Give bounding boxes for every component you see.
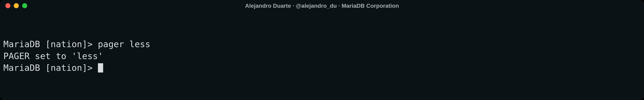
terminal-body[interactable]: MariaDB [nation]> pager lessPAGER set to… xyxy=(0,12,644,100)
terminal-line: MariaDB [nation]> xyxy=(3,62,641,74)
db-prompt: MariaDB [nation]> xyxy=(3,39,98,49)
cursor xyxy=(98,63,103,72)
terminal-window: Alejandro Duarte · @alejandro_du · Maria… xyxy=(0,0,644,100)
title-bar: Alejandro Duarte · @alejandro_du · Maria… xyxy=(0,0,644,12)
db-prompt: MariaDB [nation]> xyxy=(3,63,98,73)
terminal-line: PAGER set to 'less' xyxy=(3,50,641,62)
terminal-line: MariaDB [nation]> pager less xyxy=(3,38,641,50)
minimize-button[interactable] xyxy=(14,3,19,8)
close-button[interactable] xyxy=(5,3,10,8)
window-title: Alejandro Duarte · @alejandro_du · Maria… xyxy=(245,2,399,9)
command-text: pager less xyxy=(98,39,150,49)
traffic-lights xyxy=(0,3,27,8)
maximize-button[interactable] xyxy=(22,3,27,8)
